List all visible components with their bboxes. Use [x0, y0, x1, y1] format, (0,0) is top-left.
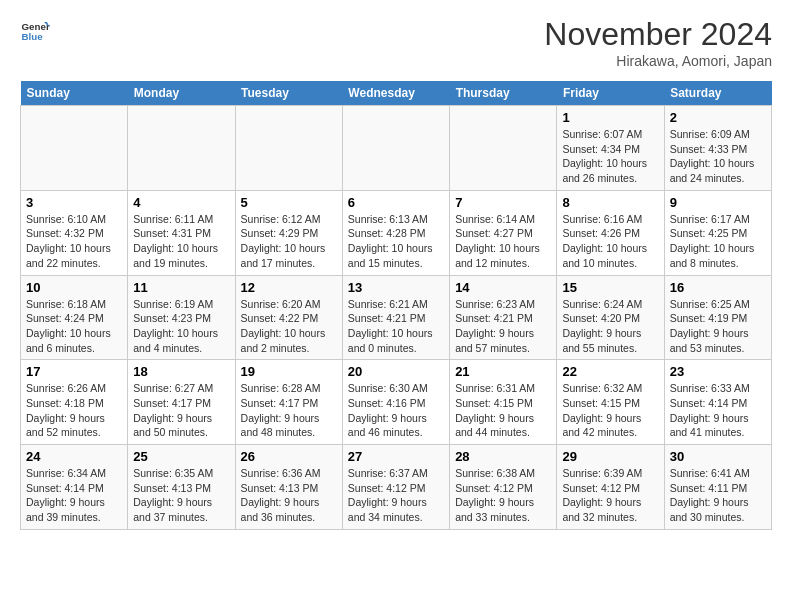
cell-info: Sunrise: 6:20 AMSunset: 4:22 PMDaylight:… — [241, 297, 337, 356]
calendar-week-row: 17Sunrise: 6:26 AMSunset: 4:18 PMDayligh… — [21, 360, 772, 445]
cell-info: Sunrise: 6:07 AMSunset: 4:34 PMDaylight:… — [562, 127, 658, 186]
cell-info: Sunrise: 6:34 AMSunset: 4:14 PMDaylight:… — [26, 466, 122, 525]
cell-info: Sunrise: 6:37 AMSunset: 4:12 PMDaylight:… — [348, 466, 444, 525]
day-number: 25 — [133, 449, 229, 464]
cell-info: Sunrise: 6:21 AMSunset: 4:21 PMDaylight:… — [348, 297, 444, 356]
day-number: 26 — [241, 449, 337, 464]
calendar-cell: 8Sunrise: 6:16 AMSunset: 4:26 PMDaylight… — [557, 190, 664, 275]
calendar-cell: 12Sunrise: 6:20 AMSunset: 4:22 PMDayligh… — [235, 275, 342, 360]
cell-info: Sunrise: 6:09 AMSunset: 4:33 PMDaylight:… — [670, 127, 766, 186]
calendar-cell: 14Sunrise: 6:23 AMSunset: 4:21 PMDayligh… — [450, 275, 557, 360]
cell-info: Sunrise: 6:35 AMSunset: 4:13 PMDaylight:… — [133, 466, 229, 525]
cell-info: Sunrise: 6:41 AMSunset: 4:11 PMDaylight:… — [670, 466, 766, 525]
day-number: 27 — [348, 449, 444, 464]
day-number: 21 — [455, 364, 551, 379]
day-number: 12 — [241, 280, 337, 295]
cell-info: Sunrise: 6:33 AMSunset: 4:14 PMDaylight:… — [670, 381, 766, 440]
month-title: November 2024 — [544, 16, 772, 53]
weekday-header: Tuesday — [235, 81, 342, 106]
day-number: 29 — [562, 449, 658, 464]
calendar-cell: 24Sunrise: 6:34 AMSunset: 4:14 PMDayligh… — [21, 445, 128, 530]
cell-info: Sunrise: 6:38 AMSunset: 4:12 PMDaylight:… — [455, 466, 551, 525]
cell-info: Sunrise: 6:12 AMSunset: 4:29 PMDaylight:… — [241, 212, 337, 271]
calendar-cell: 30Sunrise: 6:41 AMSunset: 4:11 PMDayligh… — [664, 445, 771, 530]
cell-info: Sunrise: 6:17 AMSunset: 4:25 PMDaylight:… — [670, 212, 766, 271]
day-number: 11 — [133, 280, 229, 295]
day-number: 20 — [348, 364, 444, 379]
day-number: 22 — [562, 364, 658, 379]
calendar-cell — [450, 106, 557, 191]
cell-info: Sunrise: 6:18 AMSunset: 4:24 PMDaylight:… — [26, 297, 122, 356]
calendar-cell — [235, 106, 342, 191]
calendar-cell: 4Sunrise: 6:11 AMSunset: 4:31 PMDaylight… — [128, 190, 235, 275]
calendar-week-row: 10Sunrise: 6:18 AMSunset: 4:24 PMDayligh… — [21, 275, 772, 360]
calendar-cell: 16Sunrise: 6:25 AMSunset: 4:19 PMDayligh… — [664, 275, 771, 360]
day-number: 4 — [133, 195, 229, 210]
day-number: 8 — [562, 195, 658, 210]
cell-info: Sunrise: 6:39 AMSunset: 4:12 PMDaylight:… — [562, 466, 658, 525]
day-number: 14 — [455, 280, 551, 295]
weekday-header: Wednesday — [342, 81, 449, 106]
calendar-cell — [128, 106, 235, 191]
calendar-week-row: 3Sunrise: 6:10 AMSunset: 4:32 PMDaylight… — [21, 190, 772, 275]
calendar-cell: 5Sunrise: 6:12 AMSunset: 4:29 PMDaylight… — [235, 190, 342, 275]
day-number: 2 — [670, 110, 766, 125]
cell-info: Sunrise: 6:28 AMSunset: 4:17 PMDaylight:… — [241, 381, 337, 440]
day-number: 19 — [241, 364, 337, 379]
header: General Blue November 2024 Hirakawa, Aom… — [20, 16, 772, 69]
weekday-header: Monday — [128, 81, 235, 106]
cell-info: Sunrise: 6:10 AMSunset: 4:32 PMDaylight:… — [26, 212, 122, 271]
calendar-cell: 28Sunrise: 6:38 AMSunset: 4:12 PMDayligh… — [450, 445, 557, 530]
calendar-cell: 18Sunrise: 6:27 AMSunset: 4:17 PMDayligh… — [128, 360, 235, 445]
cell-info: Sunrise: 6:27 AMSunset: 4:17 PMDaylight:… — [133, 381, 229, 440]
day-number: 16 — [670, 280, 766, 295]
calendar-cell — [21, 106, 128, 191]
cell-info: Sunrise: 6:16 AMSunset: 4:26 PMDaylight:… — [562, 212, 658, 271]
calendar-cell: 25Sunrise: 6:35 AMSunset: 4:13 PMDayligh… — [128, 445, 235, 530]
day-number: 18 — [133, 364, 229, 379]
cell-info: Sunrise: 6:14 AMSunset: 4:27 PMDaylight:… — [455, 212, 551, 271]
weekday-header-row: SundayMondayTuesdayWednesdayThursdayFrid… — [21, 81, 772, 106]
calendar-cell: 27Sunrise: 6:37 AMSunset: 4:12 PMDayligh… — [342, 445, 449, 530]
day-number: 5 — [241, 195, 337, 210]
calendar-cell — [342, 106, 449, 191]
day-number: 1 — [562, 110, 658, 125]
calendar-cell: 10Sunrise: 6:18 AMSunset: 4:24 PMDayligh… — [21, 275, 128, 360]
weekday-header: Sunday — [21, 81, 128, 106]
cell-info: Sunrise: 6:36 AMSunset: 4:13 PMDaylight:… — [241, 466, 337, 525]
calendar-week-row: 24Sunrise: 6:34 AMSunset: 4:14 PMDayligh… — [21, 445, 772, 530]
calendar-cell: 9Sunrise: 6:17 AMSunset: 4:25 PMDaylight… — [664, 190, 771, 275]
calendar-cell: 3Sunrise: 6:10 AMSunset: 4:32 PMDaylight… — [21, 190, 128, 275]
day-number: 30 — [670, 449, 766, 464]
calendar-table: SundayMondayTuesdayWednesdayThursdayFrid… — [20, 81, 772, 530]
calendar-cell: 11Sunrise: 6:19 AMSunset: 4:23 PMDayligh… — [128, 275, 235, 360]
calendar-cell: 6Sunrise: 6:13 AMSunset: 4:28 PMDaylight… — [342, 190, 449, 275]
cell-info: Sunrise: 6:31 AMSunset: 4:15 PMDaylight:… — [455, 381, 551, 440]
day-number: 24 — [26, 449, 122, 464]
cell-info: Sunrise: 6:32 AMSunset: 4:15 PMDaylight:… — [562, 381, 658, 440]
cell-info: Sunrise: 6:26 AMSunset: 4:18 PMDaylight:… — [26, 381, 122, 440]
calendar-cell: 22Sunrise: 6:32 AMSunset: 4:15 PMDayligh… — [557, 360, 664, 445]
weekday-header: Thursday — [450, 81, 557, 106]
day-number: 6 — [348, 195, 444, 210]
calendar-cell: 13Sunrise: 6:21 AMSunset: 4:21 PMDayligh… — [342, 275, 449, 360]
day-number: 23 — [670, 364, 766, 379]
calendar-cell: 20Sunrise: 6:30 AMSunset: 4:16 PMDayligh… — [342, 360, 449, 445]
calendar-cell: 23Sunrise: 6:33 AMSunset: 4:14 PMDayligh… — [664, 360, 771, 445]
day-number: 15 — [562, 280, 658, 295]
calendar-cell: 29Sunrise: 6:39 AMSunset: 4:12 PMDayligh… — [557, 445, 664, 530]
day-number: 9 — [670, 195, 766, 210]
cell-info: Sunrise: 6:11 AMSunset: 4:31 PMDaylight:… — [133, 212, 229, 271]
calendar-cell: 21Sunrise: 6:31 AMSunset: 4:15 PMDayligh… — [450, 360, 557, 445]
cell-info: Sunrise: 6:13 AMSunset: 4:28 PMDaylight:… — [348, 212, 444, 271]
cell-info: Sunrise: 6:24 AMSunset: 4:20 PMDaylight:… — [562, 297, 658, 356]
calendar-cell: 15Sunrise: 6:24 AMSunset: 4:20 PMDayligh… — [557, 275, 664, 360]
day-number: 17 — [26, 364, 122, 379]
day-number: 10 — [26, 280, 122, 295]
calendar-cell: 19Sunrise: 6:28 AMSunset: 4:17 PMDayligh… — [235, 360, 342, 445]
weekday-header: Saturday — [664, 81, 771, 106]
calendar-cell: 17Sunrise: 6:26 AMSunset: 4:18 PMDayligh… — [21, 360, 128, 445]
cell-info: Sunrise: 6:19 AMSunset: 4:23 PMDaylight:… — [133, 297, 229, 356]
calendar-cell: 2Sunrise: 6:09 AMSunset: 4:33 PMDaylight… — [664, 106, 771, 191]
cell-info: Sunrise: 6:23 AMSunset: 4:21 PMDaylight:… — [455, 297, 551, 356]
